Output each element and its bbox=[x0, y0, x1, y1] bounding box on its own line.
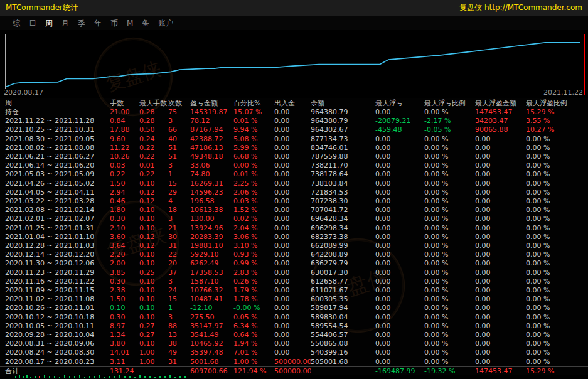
cell-balance: 505001.68 bbox=[311, 358, 375, 367]
cell-count: 38 bbox=[168, 339, 190, 348]
table-row[interactable]: 2020.12.14 ~ 2020.12.202.200.10225929.10… bbox=[0, 250, 588, 259]
table-row[interactable]: 2020.11.30 ~ 2020.12.062.000.10206262.49… bbox=[0, 259, 588, 268]
cell-deposit: 0.00 bbox=[274, 206, 311, 215]
menu-item-nian[interactable]: 年 bbox=[90, 18, 106, 29]
cell-max-lots: 0.10 bbox=[139, 277, 168, 286]
menu-item-m[interactable]: M bbox=[122, 19, 137, 28]
menu-item-yue[interactable]: 月 bbox=[57, 18, 73, 29]
table-row[interactable]: 2020.12.28 ~ 2021.01.033.640.123119881.1… bbox=[0, 242, 588, 250]
mini-bar bbox=[64, 375, 65, 378]
cell-percent: 9.94 % bbox=[233, 125, 274, 134]
table-row[interactable]: 持仓21.000.2875145319.8715.07 %0.00964380.… bbox=[0, 108, 588, 117]
cell-max-float-loss-ratio: 0.00 % bbox=[424, 242, 475, 250]
col-header-pl-amount[interactable]: 盈亏金额 bbox=[190, 98, 233, 108]
cell-max-float-loss-ratio: 0.00 % bbox=[424, 295, 475, 304]
table-row[interactable]: 2020.10.05 ~ 2020.10.118.970.278835147.9… bbox=[0, 322, 588, 331]
cell-week: 2020.12.14 ~ 2020.12.20 bbox=[0, 250, 110, 259]
col-header-count[interactable]: 次数 bbox=[168, 98, 190, 108]
table-row[interactable]: 2021.03.22 ~ 2021.03.280.460.124196.580.… bbox=[0, 197, 588, 206]
cell-week: 2021.02.01 ~ 2021.02.07 bbox=[0, 215, 110, 223]
cell-max-float-loss: 0.00 bbox=[375, 170, 424, 179]
table-row[interactable]: 2021.06.21 ~ 2021.06.2710.260.225149348.… bbox=[0, 152, 588, 161]
col-header-week[interactable]: 周 bbox=[0, 98, 110, 108]
table-row[interactable]: 2021.01.25 ~ 2021.01.312.100.102113924.9… bbox=[0, 224, 588, 233]
table-row[interactable]: 2021.04.05 ~ 2021.04.112.940.122914596.2… bbox=[0, 188, 588, 197]
table-row[interactable]: 2021.01.04 ~ 2021.01.103.600.123020283.3… bbox=[0, 233, 588, 242]
cell-max-lots: 0.01 bbox=[139, 161, 168, 170]
col-header-balance[interactable]: 余额 bbox=[311, 98, 375, 108]
cell-lots: 2.00 bbox=[110, 259, 139, 268]
table-row[interactable]: 2021.08.02 ~ 2021.08.0811.220.225147186.… bbox=[0, 144, 588, 152]
cell-balance: 600305.35 bbox=[311, 295, 375, 304]
table-row[interactable]: 2020.10.12 ~ 2020.10.180.300.103275.500.… bbox=[0, 313, 588, 322]
titlebar-site-link[interactable]: 复盘侠 http://MTCommander.com bbox=[459, 3, 582, 13]
table-row[interactable]: 2020.11.23 ~ 2020.11.293.850.253717358.5… bbox=[0, 269, 588, 277]
col-header-deposit[interactable]: 出入金 bbox=[274, 98, 311, 108]
equity-chart[interactable]: 2020.08.17 2021.11.22 bbox=[0, 30, 588, 98]
cell-percent: 0.05 % bbox=[233, 313, 274, 322]
col-header-percent[interactable]: 百分比% bbox=[233, 98, 274, 108]
cell-deposit: 0.00 bbox=[274, 259, 311, 268]
cell-max-float-profit: 147453.47 bbox=[475, 108, 526, 117]
cell-max-float-profit: 0.00 bbox=[475, 233, 526, 242]
table-row[interactable]: 2020.11.16 ~ 2020.11.220.300.1031587.100… bbox=[0, 277, 588, 286]
table-row[interactable]: 2020.08.31 ~ 2020.09.063.800.103810465.9… bbox=[0, 339, 588, 348]
table-row[interactable]: 2021.05.03 ~ 2021.05.090.220.22174.800.0… bbox=[0, 170, 588, 179]
table-row[interactable]: 2020.11.09 ~ 2020.11.152.380.102410766.3… bbox=[0, 286, 588, 295]
menu-item-zong[interactable]: 综 bbox=[8, 18, 24, 29]
cell-deposit: 0.00 bbox=[274, 161, 311, 170]
mini-bar bbox=[164, 376, 166, 378]
menu-item-bi[interactable]: 币 bbox=[106, 18, 122, 29]
cell-max-float-profit-ratio: 0.00 % bbox=[526, 135, 588, 144]
col-header-max-float-loss-ratio[interactable]: 最大浮亏比例 bbox=[424, 98, 475, 108]
cell-max-float-profit-ratio: 0.00 % bbox=[526, 348, 588, 357]
cell-week: 2021.08.02 ~ 2021.08.08 bbox=[0, 144, 110, 152]
cell-max-float-profit-ratio: 0.00 % bbox=[526, 259, 588, 268]
menu-item-ri[interactable]: 日 bbox=[24, 18, 41, 29]
menu-item-zhanghu[interactable]: 账户 bbox=[154, 18, 178, 29]
table-row[interactable]: 2020.10.26 ~ 2020.11.010.100.101-12.10-0… bbox=[0, 304, 588, 312]
total-cell-max-float-profit: 147453.47 bbox=[475, 366, 526, 375]
table-row[interactable]: 2021.02.01 ~ 2021.02.070.300.103130.000.… bbox=[0, 215, 588, 223]
table-row[interactable]: 2021.11.22 ~ 2021.11.280.840.28378.120.0… bbox=[0, 117, 588, 125]
cell-lots: 9.60 bbox=[110, 135, 139, 144]
table-row[interactable]: 2020.08.17 ~ 2020.08.233.111.00315001.68… bbox=[0, 358, 588, 367]
cell-max-float-loss: 0.00 bbox=[375, 286, 424, 295]
chart-start-date: 2020.08.17 bbox=[4, 88, 43, 97]
cell-lots: 1.50 bbox=[110, 179, 139, 188]
cell-percent: 0.64 % bbox=[233, 331, 274, 339]
menu-item-bei[interactable]: 备 bbox=[137, 18, 154, 29]
cell-week: 2021.01.04 ~ 2021.01.10 bbox=[0, 233, 110, 242]
table-row[interactable]: 2021.10.25 ~ 2021.10.3117.880.506687167.… bbox=[0, 125, 588, 134]
col-header-max-lots[interactable]: 最大手数 bbox=[139, 98, 168, 108]
mini-bar bbox=[30, 377, 31, 378]
mini-bar bbox=[49, 376, 50, 378]
app-title: MTCommander统计 bbox=[6, 3, 78, 13]
cell-max-float-loss-ratio: 0.00 % bbox=[424, 313, 475, 322]
col-header-lots[interactable]: 手数 bbox=[110, 98, 139, 108]
table-row[interactable]: 2021.04.26 ~ 2021.05.021.500.101516269.3… bbox=[0, 179, 588, 188]
menu-item-ji[interactable]: 季 bbox=[73, 18, 90, 29]
cell-max-float-profit-ratio: 0.00 % bbox=[526, 322, 588, 331]
col-header-max-float-profit-ratio[interactable]: 最大浮盈比例 bbox=[526, 98, 588, 108]
table-row[interactable]: 2021.02.08 ~ 2021.02.141.800.101810613.3… bbox=[0, 206, 588, 215]
table-row[interactable]: 2020.11.02 ~ 2020.11.081.500.101510487.4… bbox=[0, 295, 588, 304]
cell-balance: 636279.79 bbox=[311, 259, 375, 268]
col-header-max-float-profit[interactable]: 最大浮盈金额 bbox=[475, 98, 526, 108]
table-row[interactable]: 2020.08.24 ~ 2020.08.3014.011.004935397.… bbox=[0, 348, 588, 357]
cell-max-float-profit-ratio: 0.00 % bbox=[526, 144, 588, 152]
cell-lots: 0.22 bbox=[110, 170, 139, 179]
cell-percent: 1.52 % bbox=[233, 206, 274, 215]
table-row[interactable]: 2020.09.28 ~ 2020.10.041.340.27133541.49… bbox=[0, 331, 588, 339]
table-row[interactable]: 2021.06.14 ~ 2021.06.200.030.01333.060.0… bbox=[0, 161, 588, 170]
col-header-max-float-loss[interactable]: 最大浮亏 bbox=[375, 98, 424, 108]
cell-count: 3 bbox=[168, 117, 190, 125]
menu-item-zhou[interactable]: 周 bbox=[41, 18, 57, 29]
cell-max-lots: 0.27 bbox=[139, 322, 168, 331]
cell-balance: 550865.08 bbox=[311, 339, 375, 348]
cell-deposit: 0.00 bbox=[274, 277, 311, 286]
cell-week: 2020.11.16 ~ 2020.11.22 bbox=[0, 277, 110, 286]
table-row[interactable]: 2021.08.30 ~ 2021.09.059.600.244042388.7… bbox=[0, 135, 588, 144]
cell-max-float-profit-ratio: 0.00 % bbox=[526, 304, 588, 312]
cell-max-float-loss-ratio: 0.00 % bbox=[424, 358, 475, 367]
